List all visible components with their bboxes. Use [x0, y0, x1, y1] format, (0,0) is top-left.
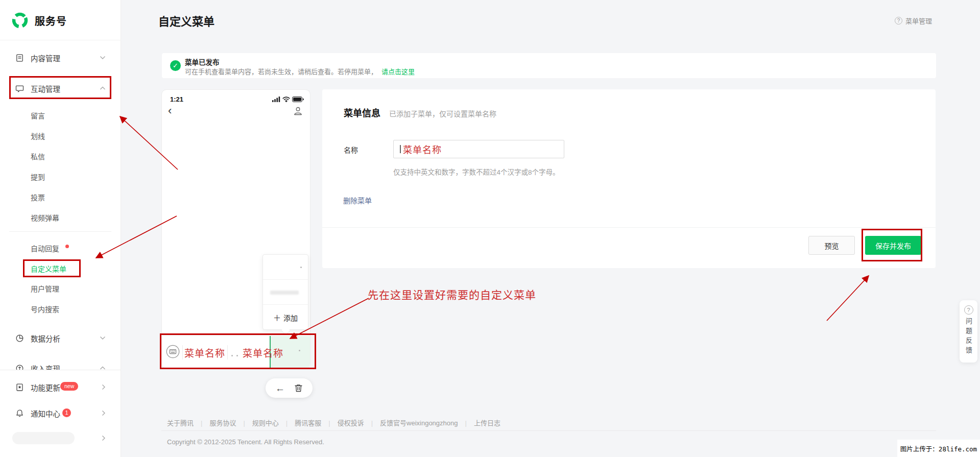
chevron-down-icon — [100, 56, 106, 60]
publish-success-banner: ✓ 菜单已发布 可在手机查看菜单内容，若尚未生效，请稍后查看。若停用菜单，请点击… — [162, 53, 936, 78]
sidebar-item-analytics[interactable]: 数据分析 — [0, 329, 121, 347]
footer-link[interactable]: 服务协议 — [209, 419, 236, 427]
unread-count-badge: 1 — [62, 408, 71, 417]
sidebar-item-custom-menu[interactable]: 自定义菜单 — [0, 261, 121, 276]
sidebar-item-label: 功能更新 — [31, 382, 60, 393]
person-icon[interactable] — [293, 106, 303, 118]
footer-link[interactable]: 关于腾讯 — [167, 419, 194, 427]
footer-link[interactable]: 上传日志 — [474, 419, 500, 427]
new-badge: new — [60, 382, 78, 391]
sidebar-item-label: 提到 — [31, 172, 45, 182]
menu-info-panel: 菜单信息 已添加子菜单，仅可设置菜单名称 名称 仅支持中英文和数字，字数不超过4… — [322, 89, 936, 268]
phone-preview: 1:21 ‹ ＋ 添加 — [161, 89, 310, 369]
sidebar-item-label: 自动回复 — [31, 243, 59, 253]
sidebar-item-label: 自定义菜单 — [31, 263, 66, 274]
book-star-icon — [15, 383, 24, 392]
chevron-right-icon — [102, 435, 106, 441]
feedback-widget[interactable]: ? 问题反馈 — [960, 300, 977, 363]
menu-name-input[interactable] — [393, 140, 564, 158]
delete-menu-link[interactable]: 删除菜单 — [343, 195, 372, 205]
redacted-mark — [236, 355, 238, 356]
wechat-official-account-admin: 服务号 内容管理 互动管理 留言 划线 私信 提到 投票 — [0, 0, 980, 457]
banner-title: 菜单已发布 — [185, 57, 220, 67]
footer-separator: | — [465, 419, 467, 427]
sidebar-item-user-management[interactable]: 用户管理 — [0, 281, 121, 296]
footer-separator: | — [286, 419, 288, 427]
footer-link[interactable]: 腾讯客服 — [295, 419, 321, 427]
banner-body-text: 可在手机查看菜单内容，若尚未生效，请稍后查看。若停用菜单， — [185, 68, 377, 76]
footer-link[interactable]: 规则中心 — [252, 419, 279, 427]
statusbar-icons — [272, 97, 304, 102]
wechat-official-logo-icon — [11, 12, 29, 29]
sidebar-item-mentions[interactable]: 提到 — [0, 169, 121, 184]
sidebar-item-label: 数据分析 — [31, 333, 60, 344]
page-title: 自定义菜单 — [158, 12, 214, 29]
question-circle-icon: ? — [895, 17, 902, 25]
name-field-label: 名称 — [344, 145, 358, 155]
feedback-label: 问题反馈 — [964, 318, 973, 356]
arrow-to-save-button — [827, 276, 869, 321]
divider — [161, 430, 936, 431]
sidebar-item-content[interactable]: 内容管理 — [0, 49, 121, 66]
sidebar-item-label: 视频弹幕 — [31, 212, 59, 223]
brand: 服务号 — [11, 10, 67, 31]
submenu-item[interactable] — [263, 280, 308, 305]
sidebar-item-label: 号内搜索 — [31, 304, 59, 314]
sidebar-item-label: 划线 — [31, 131, 45, 141]
sidebar-item-notify-center[interactable]: 通知中心 1 — [0, 404, 121, 422]
sidebar-item-comments[interactable]: 留言 — [0, 108, 121, 123]
sidebar-item-label: 留言 — [31, 110, 45, 121]
sidebar-item-underline[interactable]: 划线 — [0, 128, 121, 143]
battery-icon — [292, 97, 304, 102]
divider — [9, 231, 111, 232]
redacted-mark — [231, 355, 233, 356]
sidebar-item-label: 私信 — [31, 151, 45, 161]
footer-link[interactable]: 侵权投诉 — [338, 419, 364, 427]
annotation-tip-text: 先在这里设置好需要的自定义菜单 — [368, 286, 536, 302]
sidebar-item-account[interactable] — [0, 429, 121, 447]
sidebar-item-votes[interactable]: 投票 — [0, 189, 121, 205]
sidebar-item-label: 投票 — [31, 192, 45, 202]
menu-item-2[interactable]: 菜单名称 — [240, 346, 286, 359]
sidebar-item-private-message[interactable]: 私信 — [0, 149, 121, 164]
brand-name: 服务号 — [35, 13, 67, 28]
name-field-help: 仅支持中英文和数字，字数不超过4个汉字或8个字母。 — [393, 166, 560, 177]
sidebar-item-video-danmu[interactable]: 视频弹幕 — [0, 210, 121, 225]
redacted-mark — [299, 350, 300, 351]
sidebar-item-label: 互动管理 — [31, 83, 60, 94]
submenu-popup: ＋ 添加 — [262, 254, 308, 330]
sidebar-item-auto-reply[interactable]: 自动回复 — [0, 240, 121, 256]
signal-icon — [272, 97, 280, 102]
watermark: 图片上传于：28life.com — [897, 440, 980, 457]
chevron-down-icon — [100, 336, 106, 340]
menu-item-1[interactable]: 菜单名称 — [181, 346, 228, 359]
divider — [0, 40, 121, 40]
trash-icon[interactable] — [294, 383, 303, 393]
redacted-mark — [300, 267, 302, 268]
footer-separator: | — [243, 419, 245, 427]
plus-icon: ＋ — [273, 312, 281, 323]
footer-link[interactable]: 反馈官号weixingongzhong — [380, 419, 458, 427]
sidebar-item-interact[interactable]: 互动管理 — [0, 80, 121, 97]
pie-chart-icon — [15, 334, 24, 343]
phone-menubar: 菜单名称 菜单名称 — [162, 335, 310, 368]
notification-dot — [65, 245, 69, 248]
back-chevron-icon[interactable]: ‹ — [168, 105, 172, 116]
sidebar-item-label: 通知中心 — [31, 408, 60, 419]
keyboard-icon[interactable] — [166, 345, 180, 360]
submenu-item[interactable] — [263, 255, 308, 280]
menu-management-help-link[interactable]: ? 菜单管理 — [895, 16, 932, 26]
sidebar-item-feature-update[interactable]: 功能更新 new — [0, 378, 121, 396]
copyright: Copyright © 2012-2025 Tencent. All Right… — [167, 438, 324, 446]
sidebar-item-label: 用户管理 — [31, 283, 59, 294]
back-arrow-icon[interactable]: ← — [275, 383, 285, 393]
chevron-right-icon — [102, 384, 106, 390]
question-circle-icon: ? — [964, 305, 973, 315]
banner-body: 可在手机查看菜单内容，若尚未生效，请稍后查看。若停用菜单，请点击这里 — [185, 66, 415, 76]
divider — [322, 227, 936, 228]
sidebar-item-account-search[interactable]: 号内搜索 — [0, 301, 121, 317]
preview-button[interactable]: 预览 — [808, 236, 855, 255]
disable-menu-link[interactable]: 请点击这里 — [381, 68, 415, 76]
success-check-icon: ✓ — [170, 60, 181, 71]
save-publish-button[interactable]: 保存并发布 — [865, 236, 921, 255]
